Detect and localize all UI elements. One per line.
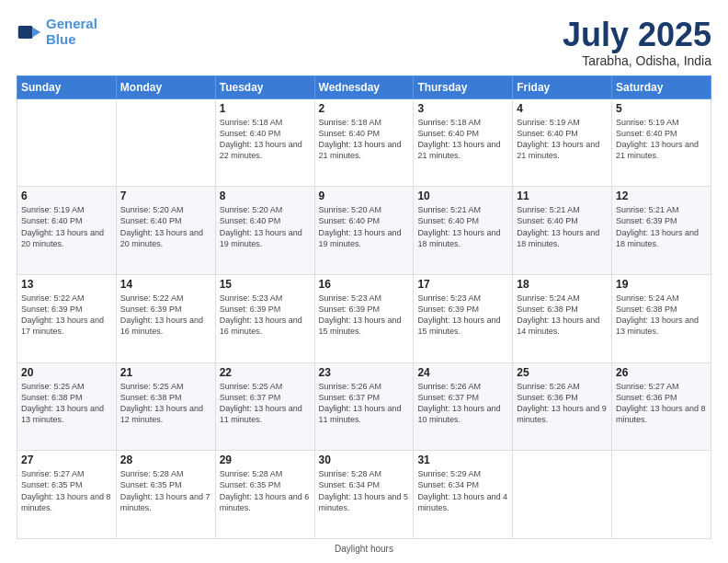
logo: General Blue [17,17,97,47]
calendar-cell: 8Sunrise: 5:20 AM Sunset: 6:40 PM Daylig… [215,187,314,275]
day-number: 6 [21,190,112,202]
page: General Blue July 2025 Tarabha, Odisha, … [0,0,728,563]
day-info: Sunrise: 5:21 AM Sunset: 6:39 PM Dayligh… [616,204,707,249]
day-number: 27 [21,454,112,466]
calendar-week-2: 6Sunrise: 5:19 AM Sunset: 6:40 PM Daylig… [17,187,711,275]
day-info: Sunrise: 5:23 AM Sunset: 6:39 PM Dayligh… [319,293,410,338]
day-info: Sunrise: 5:18 AM Sunset: 6:40 PM Dayligh… [220,117,311,162]
day-info: Sunrise: 5:21 AM Sunset: 6:40 PM Dayligh… [417,204,508,249]
calendar-cell: 4Sunrise: 5:19 AM Sunset: 6:40 PM Daylig… [513,98,612,187]
calendar-cell: 20Sunrise: 5:25 AM Sunset: 6:38 PM Dayli… [17,362,117,451]
day-info: Sunrise: 5:26 AM Sunset: 6:36 PM Dayligh… [517,381,608,426]
day-number: 30 [319,454,410,466]
header-friday: Friday [513,75,612,98]
svg-marker-1 [33,27,41,37]
day-number: 29 [220,454,311,466]
title-block: July 2025 Tarabha, Odisha, India [563,17,711,68]
day-number: 25 [517,366,608,379]
day-info: Sunrise: 5:29 AM Sunset: 6:34 PM Dayligh… [417,468,508,513]
calendar-week-5: 27Sunrise: 5:27 AM Sunset: 6:35 PM Dayli… [17,451,711,539]
calendar-cell [116,98,215,187]
header-thursday: Thursday [414,75,513,98]
day-info: Sunrise: 5:25 AM Sunset: 6:38 PM Dayligh… [120,381,211,426]
logo-general: General [46,16,97,31]
calendar-cell: 14Sunrise: 5:22 AM Sunset: 6:39 PM Dayli… [116,274,215,362]
day-number: 22 [220,366,311,379]
calendar-week-3: 13Sunrise: 5:22 AM Sunset: 6:39 PM Dayli… [17,274,711,362]
day-number: 26 [616,366,707,379]
calendar-cell: 5Sunrise: 5:19 AM Sunset: 6:40 PM Daylig… [612,98,711,187]
day-info: Sunrise: 5:28 AM Sunset: 6:35 PM Dayligh… [120,468,211,513]
calendar-cell: 25Sunrise: 5:26 AM Sunset: 6:36 PM Dayli… [513,362,612,451]
calendar-cell: 3Sunrise: 5:18 AM Sunset: 6:40 PM Daylig… [414,98,513,187]
calendar-cell: 18Sunrise: 5:24 AM Sunset: 6:38 PM Dayli… [513,274,612,362]
calendar-cell: 24Sunrise: 5:26 AM Sunset: 6:37 PM Dayli… [414,362,513,451]
daylight-label: Daylight hours [335,544,393,554]
day-info: Sunrise: 5:25 AM Sunset: 6:37 PM Dayligh… [220,381,311,426]
day-number: 11 [517,190,608,202]
calendar-cell: 6Sunrise: 5:19 AM Sunset: 6:40 PM Daylig… [17,187,117,275]
day-number: 5 [616,102,707,115]
day-info: Sunrise: 5:18 AM Sunset: 6:40 PM Dayligh… [319,117,410,162]
day-info: Sunrise: 5:23 AM Sunset: 6:39 PM Dayligh… [417,293,508,338]
calendar-cell [513,451,612,539]
location: Tarabha, Odisha, India [563,53,711,68]
day-number: 9 [319,190,410,202]
header: General Blue July 2025 Tarabha, Odisha, … [17,17,711,68]
svg-rect-0 [18,26,33,39]
calendar-cell: 1Sunrise: 5:18 AM Sunset: 6:40 PM Daylig… [215,98,314,187]
day-number: 21 [120,366,211,379]
calendar-table: SundayMondayTuesdayWednesdayThursdayFrid… [17,75,711,539]
calendar-cell: 27Sunrise: 5:27 AM Sunset: 6:35 PM Dayli… [17,451,117,539]
calendar-week-4: 20Sunrise: 5:25 AM Sunset: 6:38 PM Dayli… [17,362,711,451]
day-info: Sunrise: 5:25 AM Sunset: 6:38 PM Dayligh… [21,381,112,426]
header-sunday: Sunday [17,75,117,98]
calendar-cell: 26Sunrise: 5:27 AM Sunset: 6:36 PM Dayli… [612,362,711,451]
calendar-cell: 19Sunrise: 5:24 AM Sunset: 6:38 PM Dayli… [612,274,711,362]
day-number: 3 [417,102,508,115]
calendar-cell: 12Sunrise: 5:21 AM Sunset: 6:39 PM Dayli… [612,187,711,275]
day-number: 16 [319,278,410,291]
calendar-cell: 17Sunrise: 5:23 AM Sunset: 6:39 PM Dayli… [414,274,513,362]
day-number: 20 [21,366,112,379]
calendar-cell: 11Sunrise: 5:21 AM Sunset: 6:40 PM Dayli… [513,187,612,275]
calendar-cell: 10Sunrise: 5:21 AM Sunset: 6:40 PM Dayli… [414,187,513,275]
calendar-cell: 9Sunrise: 5:20 AM Sunset: 6:40 PM Daylig… [314,187,414,275]
day-number: 19 [616,278,707,291]
calendar-cell: 31Sunrise: 5:29 AM Sunset: 6:34 PM Dayli… [414,451,513,539]
day-number: 28 [120,454,211,466]
day-number: 7 [120,190,211,202]
day-number: 13 [21,278,112,291]
day-info: Sunrise: 5:27 AM Sunset: 6:36 PM Dayligh… [616,381,707,426]
calendar-cell [612,451,711,539]
calendar-cell: 13Sunrise: 5:22 AM Sunset: 6:39 PM Dayli… [17,274,117,362]
day-info: Sunrise: 5:19 AM Sunset: 6:40 PM Dayligh… [21,204,112,249]
day-info: Sunrise: 5:23 AM Sunset: 6:39 PM Dayligh… [220,293,311,338]
header-monday: Monday [116,75,215,98]
calendar-cell: 21Sunrise: 5:25 AM Sunset: 6:38 PM Dayli… [116,362,215,451]
day-info: Sunrise: 5:18 AM Sunset: 6:40 PM Dayligh… [417,117,508,162]
calendar-cell: 22Sunrise: 5:25 AM Sunset: 6:37 PM Dayli… [215,362,314,451]
day-info: Sunrise: 5:28 AM Sunset: 6:34 PM Dayligh… [319,468,410,513]
day-info: Sunrise: 5:28 AM Sunset: 6:35 PM Dayligh… [220,468,311,513]
header-saturday: Saturday [612,75,711,98]
day-number: 4 [517,102,608,115]
calendar-cell: 23Sunrise: 5:26 AM Sunset: 6:37 PM Dayli… [314,362,414,451]
day-info: Sunrise: 5:26 AM Sunset: 6:37 PM Dayligh… [319,381,410,426]
calendar-cell: 15Sunrise: 5:23 AM Sunset: 6:39 PM Dayli… [215,274,314,362]
day-info: Sunrise: 5:22 AM Sunset: 6:39 PM Dayligh… [21,293,112,338]
day-number: 23 [319,366,410,379]
day-number: 15 [220,278,311,291]
day-number: 2 [319,102,410,115]
day-number: 18 [517,278,608,291]
day-info: Sunrise: 5:19 AM Sunset: 6:40 PM Dayligh… [616,117,707,162]
header-tuesday: Tuesday [215,75,314,98]
calendar-cell [17,98,117,187]
day-number: 24 [417,366,508,379]
day-number: 10 [417,190,508,202]
day-info: Sunrise: 5:22 AM Sunset: 6:39 PM Dayligh… [120,293,211,338]
day-info: Sunrise: 5:24 AM Sunset: 6:38 PM Dayligh… [517,293,608,338]
day-number: 14 [120,278,211,291]
logo-blue: Blue [46,31,76,47]
day-info: Sunrise: 5:20 AM Sunset: 6:40 PM Dayligh… [220,204,311,249]
